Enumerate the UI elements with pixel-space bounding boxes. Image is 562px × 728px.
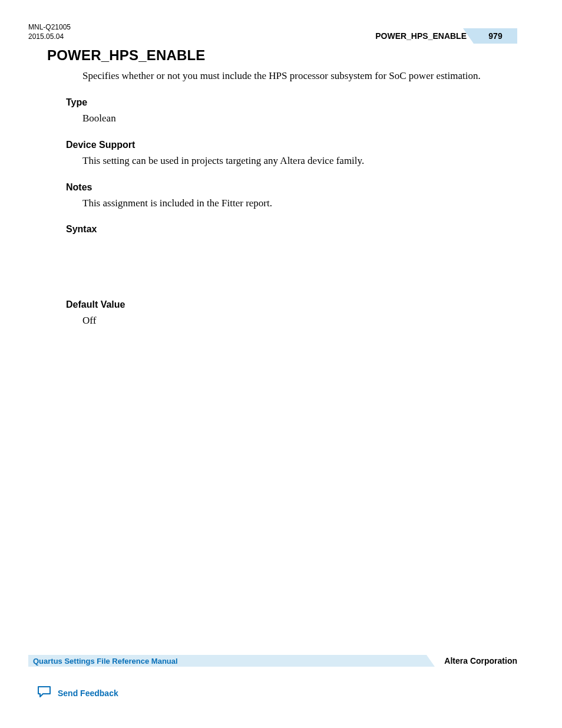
section-heading: Notes — [66, 182, 517, 193]
section-default-value: Default Value Off — [66, 299, 517, 328]
page-number: 979 — [488, 31, 502, 41]
send-feedback-label: Send Feedback — [58, 689, 118, 698]
page-number-badge: 979 — [474, 28, 517, 44]
running-header-setting: POWER_HPS_ENABLE — [375, 31, 467, 41]
manual-title-link[interactable]: Quartus Settings File Reference Manual — [28, 655, 427, 667]
page-title: POWER_HPS_ENABLE — [47, 47, 517, 64]
section-notes: Notes This assignment is included in the… — [66, 182, 517, 210]
section-body: This setting can be used in projects tar… — [82, 154, 517, 168]
document-page: MNL-Q21005 2015.05.04 POWER_HPS_ENABLE 9… — [0, 0, 562, 728]
section-body: Off — [82, 314, 517, 328]
section-syntax: Syntax — [66, 224, 517, 285]
section-device-support: Device Support This setting can be used … — [66, 140, 517, 168]
main-content: POWER_HPS_ENABLE Specifies whether or no… — [47, 47, 517, 342]
manual-title: Quartus Settings File Reference Manual — [33, 657, 178, 666]
corporation-name: Altera Corporation — [444, 656, 517, 666]
intro-paragraph: Specifies whether or not you must includ… — [82, 70, 517, 83]
footer-band: Quartus Settings File Reference Manual A… — [28, 654, 517, 667]
doc-id: MNL-Q21005 — [28, 22, 71, 32]
header-right: POWER_HPS_ENABLE 979 — [375, 28, 517, 44]
section-heading: Default Value — [66, 299, 517, 310]
send-feedback-link[interactable]: Send Feedback — [37, 685, 118, 701]
section-type: Type Boolean — [66, 97, 517, 126]
section-body: This assignment is included in the Fitte… — [82, 196, 517, 210]
section-body — [82, 238, 517, 285]
section-heading: Syntax — [66, 224, 517, 235]
section-heading: Device Support — [66, 140, 517, 150]
doc-date: 2015.05.04 — [28, 32, 71, 41]
section-heading: Type — [66, 97, 517, 108]
header-left: MNL-Q21005 2015.05.04 — [28, 22, 71, 41]
speech-bubble-icon — [37, 685, 52, 701]
section-body: Boolean — [82, 111, 517, 126]
